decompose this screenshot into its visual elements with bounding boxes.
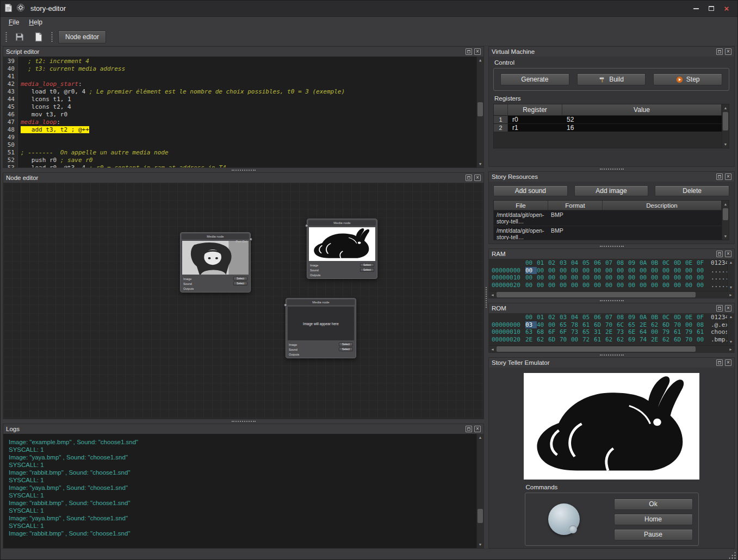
hex-byte-cell[interactable]: 00 bbox=[560, 282, 571, 289]
hex-byte-cell[interactable]: 6D bbox=[548, 336, 560, 344]
hex-byte-cell[interactable]: 00 bbox=[628, 282, 640, 289]
hex-byte-cell[interactable]: 68 bbox=[537, 328, 548, 336]
hex-byte-cell[interactable]: 69 bbox=[628, 336, 640, 344]
hex-byte-cell[interactable]: 00 bbox=[617, 267, 628, 275]
rom-vscrollbar[interactable]: ▲ ▼ bbox=[727, 313, 734, 345]
float-panel-icon[interactable] bbox=[716, 359, 723, 366]
home-button[interactable]: Home bbox=[614, 514, 693, 525]
register-column-header[interactable]: Register bbox=[508, 104, 562, 115]
hex-byte-cell[interactable]: 00 bbox=[697, 282, 708, 289]
hex-byte-cell[interactable]: 62 bbox=[651, 321, 662, 329]
hex-byte-cell[interactable]: 65 bbox=[582, 328, 594, 336]
hex-byte-cell[interactable]: 00 bbox=[628, 267, 640, 275]
hex-byte-cell[interactable]: 2E bbox=[651, 336, 662, 344]
hex-byte-cell[interactable]: 62 bbox=[617, 336, 628, 344]
add-sound-button[interactable]: Add sound bbox=[493, 185, 568, 196]
float-panel-icon[interactable] bbox=[716, 251, 723, 257]
float-panel-icon[interactable] bbox=[716, 173, 723, 180]
hex-byte-cell[interactable]: 00 bbox=[571, 267, 582, 275]
ram-hex[interactable]: 000102030405060708090A0B0C0D0E0F01234567… bbox=[489, 259, 727, 291]
node-header[interactable]: Media node bbox=[182, 234, 249, 239]
hex-byte-cell[interactable]: 62 bbox=[662, 336, 674, 344]
hex-byte-cell[interactable]: 00 bbox=[662, 274, 674, 282]
hex-byte-cell[interactable]: 03 bbox=[525, 321, 537, 329]
resource-file-cell[interactable]: /mnt/data/git/open-story-tell… bbox=[494, 226, 548, 240]
hex-byte-cell[interactable]: 00 bbox=[525, 267, 537, 275]
hex-byte-cell[interactable]: 62 bbox=[605, 336, 617, 344]
hex-byte-cell[interactable]: 2E bbox=[605, 328, 617, 336]
hex-byte-cell[interactable]: 00 bbox=[651, 274, 662, 282]
hex-byte-cell[interactable]: 70 bbox=[605, 321, 617, 329]
hex-byte-cell[interactable]: 00 bbox=[640, 267, 651, 275]
hex-byte-cell[interactable]: 31 bbox=[594, 328, 605, 336]
scroll-right-icon[interactable]: ► bbox=[727, 346, 734, 352]
hex-byte-cell[interactable]: 00 bbox=[674, 274, 685, 282]
select-sound-button[interactable]: Select bbox=[339, 347, 353, 351]
hex-byte-cell[interactable]: 00 bbox=[697, 267, 708, 275]
maximize-button[interactable] bbox=[704, 3, 719, 15]
minimize-button[interactable] bbox=[689, 3, 704, 15]
close-button[interactable]: × bbox=[719, 3, 734, 15]
hex-byte-cell[interactable]: 00 bbox=[594, 267, 605, 275]
resource-format-cell[interactable]: BMP bbox=[548, 210, 603, 226]
hex-byte-cell[interactable]: 00 bbox=[605, 282, 617, 289]
delete-button[interactable]: Delete bbox=[655, 185, 729, 196]
hex-byte-cell[interactable]: 62 bbox=[537, 336, 548, 344]
save-button[interactable] bbox=[13, 30, 27, 44]
hex-byte-cell[interactable]: 00 bbox=[560, 274, 571, 282]
hex-byte-cell[interactable]: 61 bbox=[594, 336, 605, 344]
hex-byte-cell[interactable]: 73 bbox=[571, 328, 582, 336]
hex-byte-cell[interactable]: 00 bbox=[571, 274, 582, 282]
scroll-left-icon[interactable]: ◄ bbox=[489, 291, 496, 298]
float-panel-icon[interactable] bbox=[716, 48, 723, 55]
add-image-button[interactable]: Add image bbox=[574, 185, 649, 196]
logs-scrollbar[interactable]: ▲ ▼ bbox=[476, 434, 483, 548]
hex-byte-cell[interactable]: 6D bbox=[662, 321, 674, 329]
scroll-left-icon[interactable]: ◄ bbox=[489, 346, 496, 352]
scroll-down-icon[interactable]: ▼ bbox=[722, 141, 729, 148]
hex-byte-cell[interactable]: 00 bbox=[582, 267, 594, 275]
register-row[interactable]: 2r116 bbox=[494, 123, 722, 132]
rom-hscrollbar[interactable]: ◄ ► bbox=[489, 345, 734, 352]
hex-byte-cell[interactable]: 00 bbox=[537, 267, 548, 275]
hex-byte-cell[interactable]: 72 bbox=[582, 336, 594, 344]
register-value-cell[interactable]: 16 bbox=[562, 124, 722, 132]
hex-byte-cell[interactable]: 79 bbox=[662, 328, 674, 336]
ram-vscrollbar[interactable]: ▲ ▼ bbox=[727, 259, 734, 291]
select-image-button[interactable]: Select bbox=[339, 343, 353, 346]
hex-byte-cell[interactable]: 6D bbox=[594, 321, 605, 329]
hex-byte-cell[interactable]: 6D bbox=[674, 336, 685, 344]
jog-knob[interactable] bbox=[548, 503, 580, 535]
select-sound-button[interactable]: Select bbox=[360, 268, 374, 272]
select-sound-button[interactable]: Select bbox=[233, 282, 247, 285]
resource-description-cell[interactable] bbox=[603, 226, 722, 240]
hex-byte-cell[interactable]: 70 bbox=[685, 336, 697, 344]
close-panel-icon[interactable]: × bbox=[725, 173, 731, 180]
register-name-cell[interactable]: r0 bbox=[508, 116, 562, 123]
splitter-handle[interactable] bbox=[488, 167, 735, 171]
hex-byte-cell[interactable]: 00 bbox=[697, 274, 708, 282]
float-panel-icon[interactable] bbox=[466, 426, 472, 432]
hex-byte-cell[interactable]: 2E bbox=[640, 321, 651, 329]
node-header[interactable]: Media node bbox=[308, 220, 376, 226]
hex-byte-cell[interactable]: 00 bbox=[594, 274, 605, 282]
hex-byte-cell[interactable]: 6F bbox=[548, 328, 560, 336]
hex-byte-cell[interactable]: 6C bbox=[617, 321, 628, 329]
hex-byte-cell[interactable]: 00 bbox=[548, 274, 560, 282]
splitter-handle[interactable] bbox=[3, 168, 484, 172]
register-value-cell[interactable]: 52 bbox=[562, 116, 722, 123]
splitter-handle[interactable] bbox=[484, 46, 488, 549]
float-panel-icon[interactable] bbox=[716, 305, 723, 312]
scroll-down-icon[interactable]: ▼ bbox=[722, 233, 729, 240]
hex-byte-cell[interactable]: 00 bbox=[525, 282, 537, 289]
splitter-handle[interactable] bbox=[488, 244, 735, 248]
hex-byte-cell[interactable]: 00 bbox=[582, 282, 594, 289]
ok-button[interactable]: Ok bbox=[614, 499, 693, 510]
input-port[interactable] bbox=[305, 224, 308, 227]
hex-byte-cell[interactable]: 61 bbox=[582, 321, 594, 329]
script-scrollbar[interactable]: ▲ ▼ bbox=[476, 57, 483, 167]
hex-byte-cell[interactable]: 63 bbox=[525, 328, 537, 336]
hex-byte-cell[interactable]: 00 bbox=[571, 282, 582, 289]
hex-byte-cell[interactable]: 00 bbox=[560, 267, 571, 275]
register-row[interactable]: 1r052 bbox=[494, 115, 722, 123]
